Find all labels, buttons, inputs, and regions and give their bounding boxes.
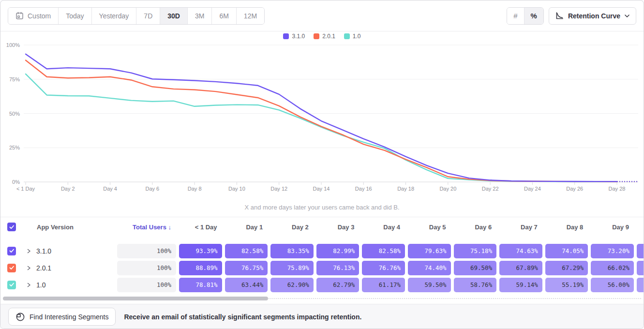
absolute-mode-button[interactable]: # <box>507 8 524 24</box>
range-7d[interactable]: 7D <box>136 8 160 24</box>
axis-tick-label: Day 14 <box>313 186 330 192</box>
column-header-day-7[interactable]: Day 7 <box>498 224 544 231</box>
app-version-label: 2.0.1 <box>36 264 51 272</box>
range-label: Today <box>66 12 84 20</box>
retention-value-cell: 55.19% <box>545 278 588 292</box>
table-body: 3.1.0100%93.39%82.58%83.35%82.99%82.58%7… <box>0 242 644 293</box>
retention-value-cell: 61.17% <box>362 278 405 292</box>
retention-value-cell: 78.81% <box>179 278 222 292</box>
table-row-1.0: 1.0100%78.81%63.44%62.90%62.79%61.17%59.… <box>0 276 644 293</box>
column-header-app-version[interactable]: App Version <box>22 224 116 231</box>
chevron-down-icon <box>625 15 629 17</box>
table-row-2.0.1: 2.0.1100%88.89%76.75%75.89%76.13%76.76%7… <box>0 259 644 276</box>
axis-tick-label: Day 26 <box>566 186 583 192</box>
expand-row-chevron[interactable] <box>27 283 31 287</box>
total-users-cell: 100% <box>117 244 176 258</box>
retention-value-cell: 67.29% <box>545 261 588 275</box>
row-checkbox-3.1.0[interactable] <box>7 247 16 255</box>
column-header-day-1[interactable]: Day 1 <box>224 224 270 231</box>
range-label: Yesterday <box>99 12 129 20</box>
horizontal-scrollbar[interactable] <box>0 293 644 304</box>
app-version-cell: 1.0 <box>22 281 116 289</box>
retention-value-cell: 59.14% <box>499 278 542 292</box>
retention-value-cell: 82.58% <box>225 244 268 258</box>
retention-value-cell: 82.99% <box>316 244 359 258</box>
retention-value-cell: 79.63% <box>408 244 451 258</box>
chart-type-dropdown[interactable]: Retention Curve <box>549 7 636 25</box>
select-all-checkbox[interactable] <box>7 223 16 231</box>
range-custom[interactable]: Custom <box>8 8 58 24</box>
axis-tick-label: Day 10 <box>228 186 245 192</box>
retention-value-cell: 83.35% <box>270 244 314 258</box>
retention-table: App VersionTotal Users ↓< 1 DayDay 1Day … <box>0 217 644 293</box>
calendar-icon <box>15 12 24 20</box>
axis-tick-label: < 1 Day <box>16 186 35 192</box>
range-6m[interactable]: 6M <box>211 8 236 24</box>
range-12m[interactable]: 12M <box>236 8 264 24</box>
range-yesterday[interactable]: Yesterday <box>91 8 136 24</box>
app-version-cell: 2.0.1 <box>22 264 116 272</box>
retention-line-3.1.0 <box>26 54 617 181</box>
total-users-cell: 100% <box>117 261 176 275</box>
toolbar: CustomTodayYesterday7D30D3M6M12M #% Rete… <box>0 0 644 31</box>
column-header-day-9[interactable]: Day 9 <box>589 224 635 231</box>
expand-row-chevron[interactable] <box>27 249 31 254</box>
date-range-picker: CustomTodayYesterday7D30D3M6M12M <box>8 7 265 25</box>
retention-value-cell: 59.50% <box>408 278 451 292</box>
retention-value-cell: 63.44% <box>225 278 268 292</box>
column-header-day-8[interactable]: Day 8 <box>544 224 590 231</box>
range-30d[interactable]: 30D <box>160 8 187 24</box>
column-header-day-6[interactable]: Day 6 <box>452 224 498 231</box>
range-today[interactable]: Today <box>58 8 91 24</box>
retention-value-cell: 69.50% <box>454 261 497 275</box>
app-version-label: 1.0 <box>36 281 45 289</box>
retention-value-cell: 76.13% <box>316 261 359 275</box>
column-header-day-2[interactable]: Day 2 <box>269 224 315 231</box>
retention-value-cell: 75.89% <box>270 261 314 275</box>
axis-tick-label: Day 4 <box>103 186 117 192</box>
axis-tick-label: 100% <box>6 42 20 48</box>
footer-note: Receive an email of statistically signif… <box>124 313 361 321</box>
retention-curve-icon <box>555 12 564 20</box>
column-header-day-4[interactable]: Day 4 <box>360 224 406 231</box>
axis-tick-label: 50% <box>9 111 20 117</box>
footer-bar: Find Interesting Segments Receive an ema… <box>0 304 644 329</box>
axis-tick-label: Day 2 <box>61 186 75 192</box>
total-users-cell: 100% <box>117 278 176 292</box>
row-checkbox-2.0.1[interactable] <box>7 264 16 272</box>
retention-value-cell: 76.75% <box>225 261 268 275</box>
retention-value-cell: 66.02% <box>591 261 634 275</box>
axis-tick-label: Day 6 <box>145 186 159 192</box>
range-3m[interactable]: 3M <box>187 8 211 24</box>
column-header-day-3[interactable]: Day 3 <box>315 224 361 231</box>
retention-value-cell: 74.40% <box>408 261 451 275</box>
scrollbar-thumb[interactable] <box>3 297 268 300</box>
toolbar-right: #% Retention Curve <box>507 7 636 25</box>
retention-value-cell: 75.18% <box>454 244 497 258</box>
percent-mode-button[interactable]: % <box>524 8 543 24</box>
column-header--1-day[interactable]: < 1 Day <box>178 224 224 231</box>
explore-icon <box>15 312 25 322</box>
column-header-day-5[interactable]: Day 5 <box>406 224 452 231</box>
axis-tick-label: Day 18 <box>397 186 414 192</box>
retention-value-cell: 88.89% <box>179 261 222 275</box>
table-header-row: App VersionTotal Users ↓< 1 DayDay 1Day … <box>0 217 644 237</box>
retention-value-cell: 74.05% <box>545 244 588 258</box>
column-header-total-users[interactable]: Total Users ↓ <box>116 224 178 231</box>
retention-value-cell: 93.39% <box>179 244 222 258</box>
app-version-cell: 3.1.0 <box>22 247 116 255</box>
find-segments-button[interactable]: Find Interesting Segments <box>8 308 116 326</box>
expand-row-chevron[interactable] <box>27 266 31 270</box>
retention-value-cell: 56.00% <box>591 278 634 292</box>
axis-tick-label: 25% <box>9 145 20 150</box>
axis-tick-label: Day 12 <box>270 186 287 192</box>
retention-value-cell-cutoff <box>637 278 644 292</box>
find-segments-label: Find Interesting Segments <box>30 313 108 321</box>
axis-tick-label: 0% <box>12 179 20 185</box>
row-checkbox-1.0[interactable] <box>7 281 16 289</box>
chart-caption: X and more days later your users came ba… <box>0 204 644 211</box>
range-label: 6M <box>219 12 228 20</box>
retention-value-cell: 82.58% <box>362 244 405 258</box>
retention-value-cell: 74.63% <box>499 244 542 258</box>
axis-tick-label: Day 28 <box>609 186 626 192</box>
